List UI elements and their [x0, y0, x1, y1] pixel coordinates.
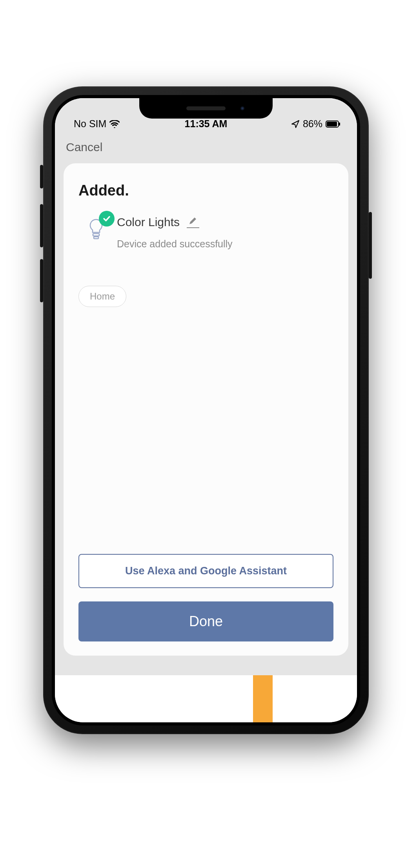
success-check-icon	[99, 211, 115, 227]
phone-volume-up	[40, 204, 43, 247]
phone-power-button	[369, 212, 372, 279]
svg-rect-4	[94, 237, 98, 239]
orange-marker	[253, 675, 273, 722]
wifi-icon	[109, 120, 120, 128]
room-chip-row: Home	[78, 286, 333, 307]
phone-bezel: No SIM 11:35 AM	[52, 95, 360, 725]
device-icon-wrap	[88, 215, 110, 242]
phone-notch	[139, 98, 273, 119]
statusbar-time: 11:35 AM	[185, 118, 228, 130]
svg-rect-3	[93, 234, 99, 236]
nav-bar: Cancel	[55, 133, 357, 163]
edit-name-button[interactable]	[187, 217, 199, 228]
phone-screen: No SIM 11:35 AM	[55, 98, 357, 722]
use-assistant-button[interactable]: Use Alexa and Google Assistant	[78, 554, 333, 588]
svg-rect-1	[327, 122, 337, 126]
device-row: Color Lights Device added successfully	[78, 215, 333, 250]
content-card: Added.	[64, 163, 348, 656]
location-icon	[291, 120, 300, 128]
cancel-button[interactable]: Cancel	[66, 141, 102, 154]
battery-percent: 86%	[303, 118, 322, 130]
notch-speaker	[186, 106, 226, 110]
device-name-label: Color Lights	[117, 216, 180, 229]
below-card-strip	[55, 675, 357, 722]
card-title: Added.	[78, 182, 333, 199]
notch-camera	[240, 106, 245, 111]
phone-volume-down	[40, 259, 43, 302]
phone-frame: No SIM 11:35 AM	[43, 86, 369, 734]
battery-icon	[326, 121, 341, 128]
phone-mute-switch	[40, 165, 43, 188]
carrier-text: No SIM	[74, 118, 106, 130]
pencil-icon	[188, 221, 198, 227]
svg-rect-2	[339, 122, 340, 126]
done-button[interactable]: Done	[78, 601, 333, 641]
room-chip-home[interactable]: Home	[78, 286, 126, 307]
device-success-message: Device added successfully	[117, 238, 233, 250]
screen-bottom-gap	[55, 656, 357, 675]
